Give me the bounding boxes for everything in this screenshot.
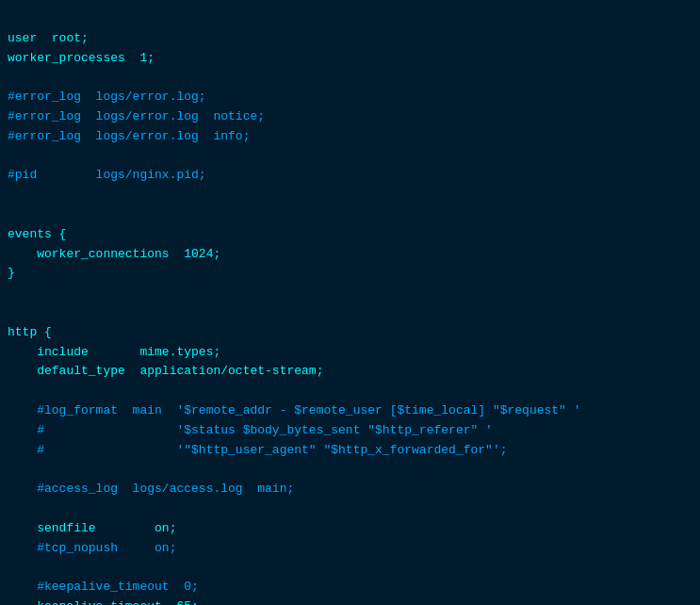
code-line: events { — [8, 225, 692, 245]
code-line: worker_connections 1024; — [8, 245, 692, 265]
code-line: #error_log logs/error.log notice; — [8, 107, 692, 127]
code-line: #keepalive_timeout 0; — [8, 578, 692, 597]
code-line: # '$status $body_bytes_sent "$http_refer… — [8, 421, 692, 441]
code-line: #tcp_nopush on; — [8, 539, 692, 559]
code-editor: user root;worker_processes 1;#error_log … — [8, 9, 692, 605]
code-line: user root; — [8, 29, 692, 49]
code-line: #error_log logs/error.log info; — [8, 127, 692, 147]
code-line: } — [8, 264, 692, 284]
code-line: #log_format main '$remote_addr - $remote… — [8, 401, 692, 421]
code-line: worker_processes 1; — [8, 49, 692, 69]
code-line: sendfile on; — [8, 519, 692, 539]
code-line: #access_log logs/access.log main; — [8, 480, 692, 499]
code-line: include mime.types; — [8, 343, 692, 363]
code-line: #error_log logs/error.log; — [8, 88, 692, 107]
code-line: default_type application/octet-stream; — [8, 362, 692, 382]
code-line: keepalive_timeout 65; — [8, 597, 692, 605]
code-line: # '"$http_user_agent" "$http_x_forwarded… — [8, 441, 692, 461]
code-line: http { — [8, 323, 692, 343]
code-line: #pid logs/nginx.pid; — [8, 166, 692, 186]
